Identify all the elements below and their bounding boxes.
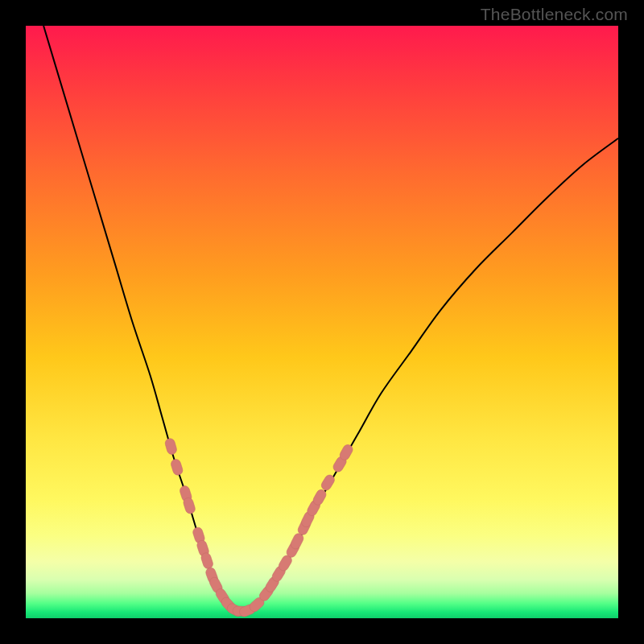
watermark-text: TheBottleneck.com <box>481 5 628 24</box>
gradient-background <box>26 26 618 618</box>
plot-area <box>26 26 618 618</box>
bottleneck-chart <box>26 26 618 618</box>
chart-frame: TheBottleneck.com <box>0 0 644 644</box>
